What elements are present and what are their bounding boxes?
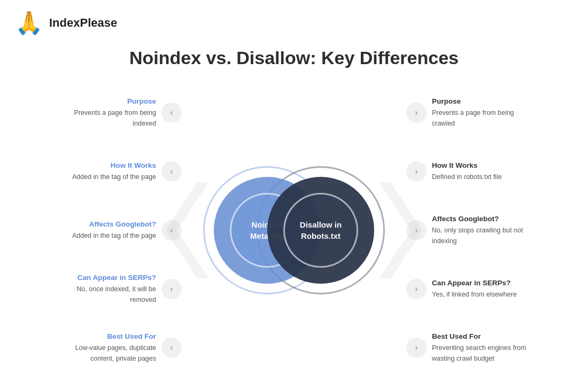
left-label-can-appear-serps: Can Appear in SERPs? [59,274,156,282]
left-text-purpose: Purpose Prevents a page from being index… [59,97,156,128]
center-diagram: Noindex Meta Tag Disallow in Robots.txt [182,83,406,374]
venn-diagram: Noindex Meta Tag Disallow in Robots.txt [198,134,390,326]
left-row-best-used-for: Best Used For Low-value pages, duplicate… [59,318,182,374]
left-label-how-it-works: How It Works [72,161,156,169]
right-text-best-used-for: Best Used For Preventing search engines … [432,332,529,363]
left-arrow-btn-best-used-for[interactable]: ‹ [161,338,182,358]
right-arrow-btn-can-appear-serps[interactable]: › [406,279,427,299]
left-label-affects-googlebot: Affects Googlebot? [72,220,156,228]
left-text-how-it-works: How It Works Added in the tag of the pag… [72,161,156,182]
right-label-best-used-for: Best Used For [432,332,529,340]
right-row-best-used-for: › Best Used For Preventing search engine… [406,318,529,374]
left-desc-purpose: Prevents a page from being indexed [74,109,156,127]
right-arrow-btn-how-it-works[interactable]: › [406,161,427,182]
right-label-purpose: Purpose [432,97,529,105]
left-row-affects-googlebot: Affects Googlebot? Added in the tag of t… [59,201,182,260]
disallow-label: Disallow in Robots.txt [300,219,342,241]
logo-emoji: 🙏 [15,10,43,36]
right-text-how-it-works: How It Works Defined in robots.txt file [432,161,502,182]
right-text-can-appear-serps: Can Appear in SERPs? Yes, if linked from… [432,279,517,299]
bg-arrow-right-icon [380,182,422,278]
comparison-layout: Purpose Prevents a page from being index… [0,83,588,374]
right-row-how-it-works: › How It Works Defined in robots.txt fil… [406,142,529,201]
left-arrow-btn-purpose[interactable]: ‹ [161,103,182,123]
right-desc-purpose: Prevents a page from being crawled [432,109,514,127]
header: 🙏 IndexPlease [0,0,588,45]
left-text-can-appear-serps: Can Appear in SERPs? No, once indexed, i… [59,274,156,304]
left-text-affects-googlebot: Affects Googlebot? Added in the tag of t… [72,220,156,240]
left-label-purpose: Purpose [59,97,156,105]
left-label-best-used-for: Best Used For [59,332,156,340]
right-label-can-appear-serps: Can Appear in SERPs? [432,279,517,287]
right-column: › Purpose Prevents a page from being cra… [406,83,529,374]
left-desc-affects-googlebot: Added in the tag of the page [72,232,156,239]
right-desc-affects-googlebot: No, only stops crawling but not indexing [432,227,523,244]
left-arrow-btn-how-it-works[interactable]: ‹ [161,161,182,182]
left-row-how-it-works: How It Works Added in the tag of the pag… [59,142,182,201]
right-row-can-appear-serps: › Can Appear in SERPs? Yes, if linked fr… [406,260,529,318]
right-row-affects-googlebot: › Affects Googlebot? No, only stops craw… [406,201,529,260]
right-label-affects-googlebot: Affects Googlebot? [432,215,529,223]
left-arrow-btn-can-appear-serps[interactable]: ‹ [161,279,182,299]
page-title: Noindex vs. Disallow: Key Differences [0,48,588,68]
right-desc-how-it-works: Defined in robots.txt file [432,173,502,181]
left-text-best-used-for: Best Used For Low-value pages, duplicate… [59,332,156,363]
left-row-can-appear-serps: Can Appear in SERPs? No, once indexed, i… [59,260,182,318]
right-label-how-it-works: How It Works [432,161,502,169]
disallow-circle: Disallow in Robots.txt [267,177,374,284]
left-row-purpose: Purpose Prevents a page from being index… [59,83,182,142]
left-desc-can-appear-serps: No, once indexed, it will be removed [76,285,156,303]
right-text-purpose: Purpose Prevents a page from being crawl… [432,97,529,128]
logo-text: IndexPlease [49,16,117,30]
left-desc-best-used-for: Low-value pages, duplicate content, priv… [75,344,157,362]
right-text-affects-googlebot: Affects Googlebot? No, only stops crawli… [432,215,529,245]
right-row-purpose: › Purpose Prevents a page from being cra… [406,83,529,142]
left-column: Purpose Prevents a page from being index… [59,83,182,374]
disallow-circle-inner: Disallow in Robots.txt [283,193,358,268]
left-desc-how-it-works: Added in the tag of the page [72,173,156,181]
right-desc-best-used-for: Preventing search engines from wasting c… [432,344,526,362]
right-arrow-btn-best-used-for[interactable]: › [406,338,427,358]
right-desc-can-appear-serps: Yes, if linked from elsewhere [432,291,517,298]
right-arrow-btn-purpose[interactable]: › [406,103,427,123]
